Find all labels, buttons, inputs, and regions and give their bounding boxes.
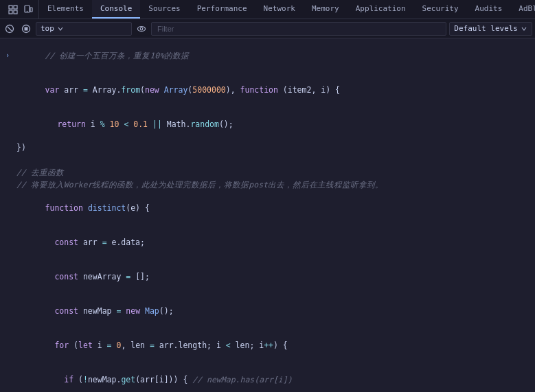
tab-network[interactable]: Network (255, 0, 304, 19)
tab-adblock[interactable]: AdBlock (510, 0, 535, 19)
no-arrow (5, 167, 14, 178)
tab-application[interactable]: Application (348, 0, 414, 19)
filter-input[interactable] (151, 22, 446, 36)
svg-rect-10 (25, 27, 28, 30)
log-level-selector[interactable]: Default levels (449, 22, 532, 36)
code-line: function distinct(e) { (16, 192, 535, 224)
code-line: // 去重函数 (16, 167, 535, 178)
console-line: for (let i = 0, len = arr.length; i < le… (0, 328, 535, 362)
tab-list: Elements Console Sources Performance Net… (39, 0, 535, 19)
no-arrow (5, 73, 14, 106)
no-arrow (5, 142, 14, 153)
prompt-arrow: › (5, 39, 14, 72)
no-arrow (5, 154, 14, 165)
log-level-chevron-icon (521, 25, 527, 32)
code-line (16, 154, 535, 165)
context-label: top (41, 24, 54, 33)
tab-audits[interactable]: Audits (467, 0, 511, 19)
console-line: const arr = e.data; (0, 225, 535, 260)
tab-icon-group (3, 0, 39, 19)
code-line: const newMap = new Map(); (16, 295, 535, 327)
svg-line-8 (8, 27, 12, 31)
no-arrow (5, 260, 14, 293)
no-arrow (5, 192, 14, 224)
console-line: var arr = Array.from(new Array(5000000),… (0, 73, 535, 107)
tab-performance[interactable]: Performance (189, 0, 255, 19)
no-arrow (8, 108, 16, 141)
code-line: const newArray = []; (16, 260, 535, 293)
console-line: › // 创建一个五百万条，重复10%的数据 (0, 38, 535, 73)
svg-point-11 (138, 26, 146, 31)
svg-rect-1 (14, 5, 17, 9)
no-arrow (5, 329, 14, 362)
code-line: }) (16, 142, 535, 153)
svg-rect-3 (14, 10, 17, 14)
code-line: // 创建一个五百万条，重复10%的数据 (16, 39, 535, 72)
code-line: var arr = Array.from(new Array(5000000),… (16, 73, 535, 106)
console-output: › // 创建一个五百万条，重复10%的数据 var arr = Array.f… (0, 38, 535, 392)
no-arrow (5, 363, 14, 392)
console-line: function distinct(e) { (0, 191, 535, 225)
no-arrow (5, 226, 14, 259)
svg-rect-5 (30, 8, 32, 12)
no-arrow (5, 179, 14, 190)
tab-security[interactable]: Security (414, 0, 467, 19)
chevron-down-icon (57, 25, 64, 32)
device-icon[interactable] (22, 3, 34, 16)
code-line: const arr = e.data; (16, 226, 535, 259)
tab-elements[interactable]: Elements (39, 0, 92, 19)
inspect-icon[interactable] (7, 3, 19, 16)
code-line: return i % 10 < 0.1 || Math.random(); (19, 108, 535, 141)
clear-console-button[interactable] (3, 22, 16, 36)
console-line (0, 154, 535, 166)
eye-icon[interactable] (135, 22, 148, 36)
context-selector[interactable]: top (36, 22, 132, 36)
svg-point-6 (27, 10, 28, 12)
console-line: const newMap = new Map(); (0, 294, 535, 328)
console-line: // 将要放入Worker线程的函数，此处为处理完数据后，将数据post出去，然… (0, 178, 535, 191)
tab-memory[interactable]: Memory (304, 0, 348, 19)
code-line: if (!newMap.get(arr[i])) { // newMap.has… (16, 363, 535, 392)
svg-point-12 (140, 27, 143, 30)
code-line: for (let i = 0, len = arr.length; i < le… (16, 329, 535, 362)
console-line: }) (0, 141, 535, 154)
tab-console[interactable]: Console (92, 0, 140, 19)
svg-rect-0 (9, 5, 12, 9)
console-line: const newArray = []; (0, 260, 535, 294)
console-line: // 去重函数 (0, 166, 535, 178)
devtools-tab-bar: Elements Console Sources Performance Net… (0, 0, 535, 19)
console-line: if (!newMap.get(arr[i])) { // newMap.has… (0, 362, 535, 392)
console-toolbar: top Default levels (0, 19, 535, 38)
tab-sources[interactable]: Sources (140, 0, 188, 19)
console-line: return i % 10 < 0.1 || Math.random(); (0, 107, 535, 141)
no-arrow (5, 295, 14, 327)
code-line: // 将要放入Worker线程的函数，此处为处理完数据后，将数据post出去，然… (16, 179, 535, 190)
stop-recording-button[interactable] (19, 22, 33, 36)
svg-rect-2 (9, 10, 12, 14)
log-level-label: Default levels (454, 24, 518, 33)
